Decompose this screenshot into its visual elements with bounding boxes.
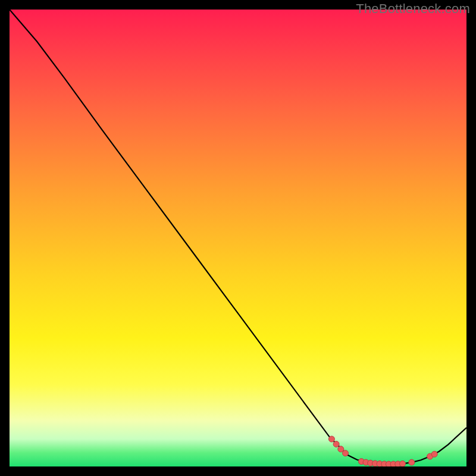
data-point [431,451,437,457]
data-point [328,436,334,442]
data-points [328,436,437,466]
data-point [343,450,349,456]
data-point [400,461,406,466]
data-point [409,459,415,465]
bottleneck-curve [10,10,466,464]
watermark-text: TheBottleneck.com [356,1,470,17]
chart-svg [10,10,466,466]
chart-container: TheBottleneck.com [0,0,476,476]
plot-area [10,10,466,466]
data-point [333,441,339,447]
